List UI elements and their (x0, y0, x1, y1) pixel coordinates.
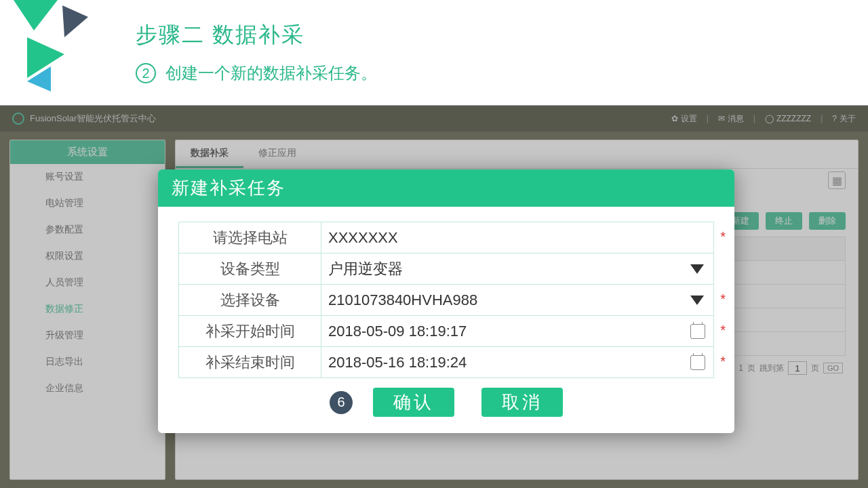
date-picker-icon[interactable]: ▦ (828, 171, 846, 189)
about-link[interactable]: ? 关于 (832, 113, 856, 125)
settings-link[interactable]: ✿ 设置 (671, 113, 697, 125)
required-mark: * (720, 354, 726, 369)
step-number-icon: 2 (136, 63, 156, 83)
sidebar-item-permission[interactable]: 权限设置 (10, 243, 165, 270)
user-link[interactable]: ◯ ZZZZZZZ (765, 114, 811, 123)
required-mark: * (720, 291, 726, 307)
sidebar-item-enterprise[interactable]: 企业信息 (10, 375, 165, 402)
stop-button[interactable]: 终止 (766, 212, 802, 230)
product-logo-icon (12, 113, 24, 125)
required-mark: * (720, 323, 726, 338)
svg-marker-1 (62, 5, 88, 37)
sidebar-item-log[interactable]: 日志导出 (10, 349, 165, 375)
label-start-time: 补采开始时间 (179, 316, 321, 347)
label-end-time: 补采结束时间 (179, 347, 321, 378)
slide-logo (0, 0, 108, 95)
chevron-down-icon (690, 296, 704, 305)
cancel-button[interactable]: 取消 (481, 388, 563, 417)
label-plant: 请选择电站 (179, 222, 321, 253)
tab-correction-apply[interactable]: 修正应用 (243, 140, 311, 168)
sidebar-item-params[interactable]: 参数配置 (10, 217, 165, 243)
calendar-icon[interactable] (690, 355, 705, 370)
label-device-type: 设备类型 (179, 253, 321, 285)
label-device: 选择设备 (179, 285, 321, 316)
new-task-modal: 新建补采任务 请选择电站 * 1 设备类型 2 选择设备 (158, 169, 734, 433)
confirm-button[interactable]: 确认 (373, 388, 454, 417)
plant-input[interactable] (321, 226, 713, 249)
required-mark: * (720, 229, 726, 245)
sidebar-item-personnel[interactable]: 人员管理 (10, 270, 165, 296)
pager-go-button[interactable]: GO (823, 363, 843, 373)
sidebar-item-datafix[interactable]: 数据修正 (10, 296, 165, 323)
sidebar: 系统设置 账号设置 电站管理 参数配置 权限设置 人员管理 数据修正 升级管理 … (9, 140, 165, 480)
device-type-select[interactable] (321, 258, 681, 281)
product-title: FusionSolar智能光伏托管云中心 (30, 113, 156, 125)
callout-6: 6 (330, 391, 353, 414)
calendar-icon[interactable] (690, 324, 705, 339)
sidebar-item-plant[interactable]: 电站管理 (10, 190, 165, 217)
sidebar-header: 系统设置 (10, 140, 165, 164)
messages-link[interactable]: ✉ 消息 (718, 113, 744, 125)
svg-marker-0 (14, 0, 58, 30)
app-topbar: FusionSolar智能光伏托管云中心 ✿ 设置| ✉ 消息| ◯ ZZZZZ… (0, 106, 868, 131)
chevron-down-icon (690, 264, 704, 274)
device-select[interactable] (321, 289, 681, 312)
tab-data-replenish[interactable]: 数据补采 (176, 140, 243, 168)
step-subtitle: 创建一个新的数据补采任务。 (165, 62, 377, 84)
start-time-input[interactable] (321, 320, 682, 343)
end-time-input[interactable] (321, 351, 682, 374)
sidebar-item-account[interactable]: 账号设置 (10, 164, 165, 190)
modal-title: 新建补采任务 (158, 169, 734, 207)
delete-button[interactable]: 删除 (809, 212, 846, 230)
pager-input[interactable] (788, 361, 807, 375)
sidebar-item-upgrade[interactable]: 升级管理 (10, 323, 165, 349)
step-title: 步骤二 数据补采 (136, 20, 868, 50)
